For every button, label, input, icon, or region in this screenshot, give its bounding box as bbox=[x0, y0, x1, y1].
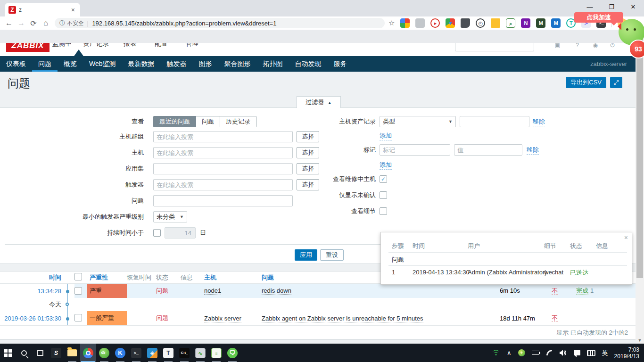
nav-problems[interactable]: 问题 bbox=[32, 56, 58, 72]
age-input[interactable] bbox=[165, 227, 196, 239]
host-cell[interactable]: Zabbix server bbox=[204, 315, 262, 322]
close-icon[interactable]: ✕ bbox=[622, 0, 644, 14]
page-info-icon[interactable]: ⓘ bbox=[59, 19, 65, 27]
volume-icon[interactable] bbox=[560, 350, 567, 356]
home-icon[interactable]: ⌂ bbox=[40, 19, 52, 27]
top-menu-reports[interactable]: 报表 bbox=[124, 43, 137, 48]
wifi-tray-icon[interactable] bbox=[492, 350, 500, 356]
inventory-value-input[interactable] bbox=[460, 116, 529, 127]
reset-button[interactable]: 重设 bbox=[320, 249, 344, 261]
nav-graphs[interactable]: 图形 bbox=[193, 56, 218, 72]
ack-cell[interactable]: 不 bbox=[552, 284, 576, 298]
nav-dashboard[interactable]: 仪表板 bbox=[0, 56, 32, 72]
row-checkbox[interactable] bbox=[74, 287, 82, 295]
hidden-icons-chevron-icon[interactable]: ∧ bbox=[507, 349, 512, 356]
notification-icon[interactable] bbox=[574, 350, 580, 355]
bookmark-star-icon[interactable]: ☆ bbox=[388, 19, 395, 27]
back-icon[interactable]: ← bbox=[3, 19, 15, 27]
popup-close-icon[interactable]: × bbox=[624, 234, 628, 241]
accelerator-bubble[interactable]: 点我加速 bbox=[574, 12, 623, 23]
inventory-add-link[interactable]: 添加 bbox=[380, 132, 392, 140]
start-button[interactable] bbox=[0, 344, 16, 362]
profile-icon[interactable]: ◉ bbox=[593, 43, 598, 49]
fullscreen-button[interactable]: ⤢ bbox=[610, 77, 622, 88]
speed-gauge-extension-icon[interactable]: ◴ bbox=[476, 18, 485, 28]
scrollbar-thumb[interactable] bbox=[636, 30, 643, 278]
gray-extension-icon[interactable] bbox=[415, 18, 425, 28]
notepad-app-icon[interactable]: ≡ bbox=[208, 344, 224, 362]
inventory-type-select[interactable]: 类型 ▼ bbox=[380, 116, 456, 127]
network-signal-icon[interactable] bbox=[546, 350, 553, 356]
nav-discovery[interactable]: 自动发现 bbox=[289, 56, 328, 72]
battery-icon[interactable] bbox=[532, 351, 539, 355]
unack-checkbox[interactable] bbox=[380, 191, 387, 199]
tab-close-icon[interactable]: × bbox=[70, 6, 76, 14]
search-icon[interactable] bbox=[16, 344, 32, 362]
apply-button[interactable]: 应用 bbox=[295, 249, 317, 261]
ack-cell[interactable]: 不 bbox=[552, 314, 576, 322]
tag-name-input[interactable] bbox=[380, 144, 450, 156]
row-time[interactable]: 2019-03-26 01:53:30 bbox=[0, 315, 61, 322]
problem-cell[interactable]: redis down bbox=[262, 284, 500, 298]
problem-cell[interactable]: Zabbix agent on Zabbix server is unreach… bbox=[262, 315, 500, 322]
nav-triggers[interactable]: 触发器 bbox=[161, 56, 193, 72]
browser-tab[interactable]: Z z × bbox=[5, 3, 80, 16]
cmd-icon[interactable]: C:\_ bbox=[176, 344, 192, 362]
notes-extension-icon[interactable] bbox=[491, 18, 500, 28]
vmware-icon[interactable]: ◈ bbox=[144, 344, 160, 362]
top-menu-monitoring[interactable]: 监测中 bbox=[52, 43, 72, 48]
video-speed-extension-icon[interactable]: ▸ bbox=[430, 18, 440, 28]
tag-value-input[interactable] bbox=[454, 144, 522, 156]
refresh-icon[interactable]: ⟳ bbox=[27, 19, 40, 28]
scrollbar-down-icon[interactable]: ▼ bbox=[636, 338, 644, 343]
tag-add-link[interactable]: 添加 bbox=[380, 161, 392, 170]
s-app-icon[interactable]: S bbox=[48, 344, 64, 362]
host-cell[interactable]: node1 bbox=[204, 284, 262, 298]
wifi-app-icon[interactable]: ᯅ bbox=[96, 344, 112, 362]
col-host[interactable]: 主机 bbox=[204, 273, 262, 282]
lighthouse-extension-icon[interactable] bbox=[400, 18, 410, 28]
actions-cell[interactable]: 完成1 bbox=[576, 284, 636, 298]
task-view-icon[interactable] bbox=[32, 344, 48, 362]
table-row[interactable]: 2019-03-26 01:53:30 一般严重 问题 Zabbix serve… bbox=[0, 311, 636, 325]
logout-icon[interactable]: ⏻ bbox=[611, 43, 615, 49]
notification-badge[interactable]: 93 bbox=[629, 40, 644, 58]
top-menu-administration[interactable]: 管理 bbox=[185, 43, 198, 48]
nav-screens[interactable]: 聚合图形 bbox=[218, 56, 257, 72]
typora-icon[interactable]: T bbox=[160, 344, 176, 362]
terminal-app-icon[interactable]: >_ bbox=[128, 344, 144, 362]
m-green-extension-icon[interactable]: M bbox=[536, 18, 545, 28]
age-checkbox[interactable] bbox=[153, 229, 161, 237]
help-icon[interactable]: ? bbox=[576, 43, 579, 49]
col-severity[interactable]: 严重性 bbox=[87, 272, 127, 283]
details-checkbox[interactable] bbox=[380, 207, 387, 215]
row-time[interactable]: 13:34:28 bbox=[0, 288, 61, 295]
nav-latest-data[interactable]: 最新数据 bbox=[122, 56, 161, 72]
export-csv-button[interactable]: 导出到CSV bbox=[566, 77, 606, 88]
m-blue-extension-icon[interactable]: M bbox=[551, 18, 561, 28]
row-checkbox[interactable] bbox=[74, 314, 82, 321]
file-explorer-icon[interactable] bbox=[64, 344, 80, 362]
chrome-download-extension-icon[interactable]: ▼ bbox=[446, 18, 455, 28]
nav-services[interactable]: 服务 bbox=[328, 56, 353, 72]
status-cell[interactable]: 问题 bbox=[156, 314, 181, 322]
clock[interactable]: 7:03 2019/4/13 bbox=[614, 346, 639, 360]
eraser-extension-icon[interactable] bbox=[461, 18, 470, 28]
top-menu-configuration[interactable]: 配置 bbox=[155, 43, 168, 48]
address-bar[interactable]: ⓘ 不安全 | 192.168.95.145/zabbix/zabbix.php… bbox=[55, 18, 385, 28]
nav-web[interactable]: Web监测 bbox=[83, 56, 122, 72]
col-time[interactable]: 时间 bbox=[0, 273, 61, 282]
nav-maps[interactable]: 拓扑图 bbox=[257, 56, 289, 72]
nav-overview[interactable]: 概览 bbox=[58, 56, 83, 72]
monitor-app-icon[interactable]: ∿ bbox=[192, 344, 208, 362]
page-scrollbar[interactable]: ▼ bbox=[636, 30, 644, 344]
forward-icon[interactable]: → bbox=[15, 19, 27, 27]
filter-tab[interactable]: 过滤器 ▲ bbox=[297, 96, 341, 108]
global-search-input[interactable] bbox=[455, 43, 534, 51]
user-search-extension-icon[interactable]: ⌕ bbox=[506, 18, 515, 28]
antivirus-shield-icon[interactable]: + bbox=[518, 349, 525, 356]
select-all-checkbox[interactable] bbox=[74, 273, 82, 280]
top-menu-inventory[interactable]: 资产记录 bbox=[83, 43, 109, 48]
wechat-icon[interactable]: 🗨 bbox=[224, 344, 240, 362]
zabbix-logo[interactable]: ZABBIX bbox=[6, 43, 50, 52]
